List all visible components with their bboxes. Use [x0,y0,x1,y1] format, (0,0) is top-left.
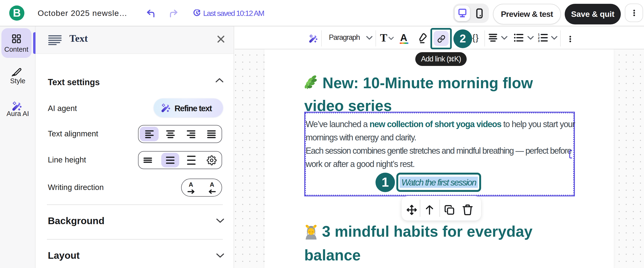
svg-text:3: 3 [538,39,540,42]
